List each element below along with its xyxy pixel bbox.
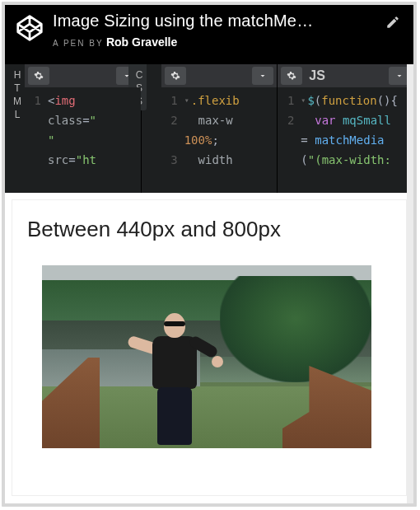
code-token: "(max-width: [308,150,391,170]
line-number [25,150,48,170]
html-panel: 1<imgclass=""src="ht [5,64,142,193]
code-token: img [54,91,75,110]
code-token: ( [301,150,307,170]
code-token: .flexib [191,91,240,110]
js-label: JS [306,68,329,83]
code-token: = [301,130,315,150]
css-settings-button[interactable] [165,67,186,85]
output-image [42,265,371,448]
js-panel-bar: JS [278,64,413,87]
edit-button[interactable] [380,12,405,30]
js-settings-button[interactable] [281,67,302,85]
line-number [25,110,48,130]
code-line[interactable]: 100%; [161,130,278,150]
code-token [336,110,343,130]
codepen-icon [16,14,44,42]
js-panel: JS 1▾$(function(){2 var mqSmall= matchMe… [278,64,413,193]
codepen-logo[interactable] [13,12,46,44]
code-token [301,110,315,130]
code-line[interactable]: class=" [25,110,141,130]
css-dropdown-button[interactable] [252,67,273,85]
code-token: "ht [76,150,96,170]
gear-icon [34,71,44,81]
code-token: = [82,110,89,130]
app-frame: Image Sizing using the matchMe… A Pen by… [2,2,417,507]
header: Image Sizing using the matchMe… A Pen by… [5,5,413,64]
html-editor[interactable]: 1<imgclass=""src="ht [25,87,141,193]
chevron-down-icon [258,71,268,81]
pencil-icon [385,15,400,30]
code-token: () [377,91,391,110]
chevron-down-icon [394,71,404,81]
code-line[interactable]: ("(max-width: [278,150,413,170]
code-line[interactable]: 2 var mqSmall [278,110,413,130]
code-line[interactable]: = matchMedia [278,130,413,150]
html-panel-bar [25,64,141,87]
pen-title[interactable]: Image Sizing using the matchMe… [53,12,380,30]
vertical-scrollbar[interactable] [407,64,413,503]
output-pane[interactable]: Between 440px and 800px [12,199,407,496]
line-number: 3 [161,150,184,170]
code-token: = [68,150,75,170]
line-number: 1 [161,91,184,110]
fold-icon[interactable]: ▾ [301,91,306,110]
js-editor[interactable]: 1▾$(function(){2 var mqSmall= matchMedia… [278,87,413,193]
line-number: 2 [161,110,184,130]
code-token: var [315,110,335,130]
output-area: Between 440px and 800px [5,193,413,503]
gear-icon [287,71,296,81]
code-line[interactable]: 1<img [25,91,141,110]
code-token: src [48,150,68,170]
code-line[interactable]: 1▾$(function(){ [278,91,413,110]
a-pen-by-label: A Pen by [53,39,104,48]
code-token: max-w [184,110,233,130]
code-line[interactable]: " [25,130,141,150]
code-token: 100% [184,130,212,150]
css-panel-bar [161,64,278,87]
code-token: $ [307,91,314,110]
line-number [161,130,184,150]
css-editor[interactable]: 1▾.flexib2 max-w100%;3 width [161,87,278,193]
code-token: mqSmall [343,110,391,130]
code-token: ( [315,91,321,110]
html-settings-button[interactable] [28,67,49,85]
fold-icon[interactable]: ▾ [184,91,189,110]
code-token: ; [212,130,218,150]
code-token: class [48,110,82,130]
line-number [278,150,301,170]
line-number: 2 [278,110,301,130]
code-line[interactable]: 2 max-w [161,110,278,130]
code-line[interactable]: src="ht [25,150,141,170]
html-tab-label[interactable]: HTML [7,64,25,124]
scene-trees [220,276,371,382]
code-token: width [184,150,233,170]
output-heading: Between 440px and 800px [27,217,391,242]
code-token: < [48,91,54,110]
title-block: Image Sizing using the matchMe… A Pen by… [46,12,380,49]
gear-icon [170,71,180,81]
scene-person [144,313,203,445]
code-token: " [48,130,54,150]
line-number [278,130,301,150]
editors-row: HTML CSS 1<imgclass=""src="ht [5,64,413,193]
code-token: { [391,91,398,110]
code-token: function [321,91,376,110]
line-number: 1 [25,91,48,110]
css-panel: 1▾.flexib2 max-w100%;3 width [142,64,278,193]
line-number: 1 [278,91,301,110]
code-line[interactable]: 1▾.flexib [161,91,278,110]
code-line[interactable]: 3 width [161,150,278,170]
author-link[interactable]: Rob Gravelle [106,35,177,49]
code-token: matchMedia [315,130,384,150]
line-number [25,130,48,150]
code-token: " [90,110,96,130]
pen-subtitle: A Pen by Rob Gravelle [53,35,380,49]
